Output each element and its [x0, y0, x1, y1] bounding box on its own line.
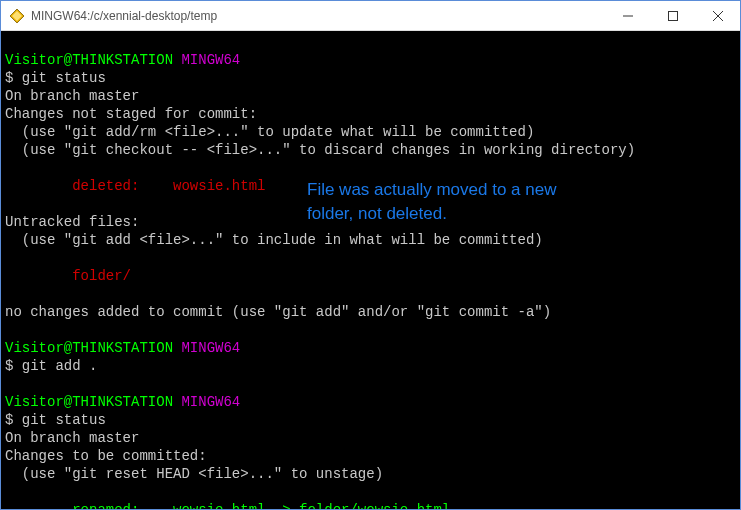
output-line: On branch master [5, 88, 139, 104]
prompt-user-host: Visitor@THINKSTATION [5, 52, 173, 68]
output-untracked-folder: folder/ [5, 268, 131, 284]
minimize-button[interactable] [605, 1, 650, 30]
prompt-env: MINGW64 [181, 394, 240, 410]
annotation-line: folder, not deleted. [307, 204, 447, 223]
prompt-env: MINGW64 [181, 52, 240, 68]
prompt-user-host: Visitor@THINKSTATION [5, 340, 173, 356]
minimize-icon [623, 11, 633, 21]
output-line: Untracked files: [5, 214, 139, 230]
output-line: (use "git checkout -- <file>..." to disc… [5, 142, 635, 158]
maximize-icon [668, 11, 678, 21]
output-line: On branch master [5, 430, 139, 446]
cmd-git-status-1: $ git status [5, 70, 106, 86]
terminal-body[interactable]: Visitor@THINKSTATION MINGW64 $ git statu… [1, 31, 740, 509]
output-line: Changes to be committed: [5, 448, 207, 464]
cmd-git-add: $ git add . [5, 358, 97, 374]
annotation-overlay: File was actually moved to a newfolder, … [307, 178, 707, 226]
output-line: (use "git reset HEAD <file>..." to unsta… [5, 466, 383, 482]
terminal-window: MINGW64:/c/xennial-desktop/temp Visitor@… [0, 0, 741, 510]
cmd-git-status-2: $ git status [5, 412, 106, 428]
output-line: no changes added to commit (use "git add… [5, 304, 551, 320]
output-deleted: deleted: wowsie.html [5, 178, 265, 194]
output-line: Changes not staged for commit: [5, 106, 257, 122]
maximize-button[interactable] [650, 1, 695, 30]
close-icon [713, 11, 723, 21]
annotation-line: File was actually moved to a new [307, 180, 556, 199]
app-icon [9, 8, 25, 24]
output-renamed: renamed: wowsie.html -> folder/wowsie.ht… [5, 502, 450, 509]
output-line: (use "git add/rm <file>..." to update wh… [5, 124, 534, 140]
prompt-env: MINGW64 [181, 340, 240, 356]
prompt-user-host: Visitor@THINKSTATION [5, 394, 173, 410]
window-title: MINGW64:/c/xennial-desktop/temp [31, 9, 217, 23]
output-line: (use "git add <file>..." to include in w… [5, 232, 543, 248]
titlebar[interactable]: MINGW64:/c/xennial-desktop/temp [1, 1, 740, 31]
close-button[interactable] [695, 1, 740, 30]
svg-rect-1 [668, 11, 677, 20]
